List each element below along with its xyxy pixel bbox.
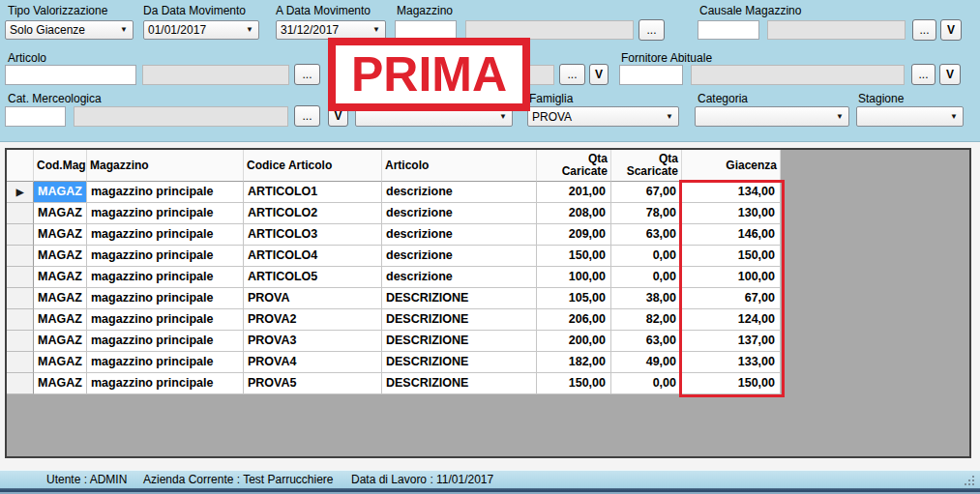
grid-cell[interactable]: 133,00 — [682, 352, 781, 373]
grid-cell[interactable]: MAGAZ — [34, 373, 87, 394]
grid-cell[interactable]: magazzino principale — [87, 182, 244, 203]
grid-cell[interactable]: magazzino principale — [87, 267, 244, 288]
grid-cell[interactable]: MAGAZ — [34, 182, 87, 203]
row-header[interactable] — [7, 309, 34, 331]
grid-cell[interactable]: MAGAZ — [34, 352, 87, 373]
row-header[interactable] — [7, 246, 34, 267]
grid-cell[interactable]: 82,00 — [611, 309, 682, 331]
grid-cell[interactable]: DESCRIZIONE — [382, 373, 537, 394]
grid-cell[interactable]: descrizione — [382, 246, 537, 267]
row-header[interactable] — [7, 331, 34, 352]
row-header[interactable] — [7, 352, 34, 373]
resize-grip-icon[interactable] — [965, 476, 976, 487]
grid-cell[interactable]: magazzino principale — [87, 352, 244, 373]
grid-cell[interactable]: 38,00 — [611, 288, 682, 309]
grid-cell[interactable]: PROVA — [244, 288, 382, 309]
grid-cell[interactable]: 63,00 — [611, 331, 682, 352]
row-header[interactable] — [7, 203, 34, 224]
cat-merceologica-code-input[interactable] — [5, 106, 66, 127]
grid-cell[interactable]: 0,00 — [611, 246, 682, 267]
causale-magazzino-browse-button[interactable]: ... — [912, 19, 936, 41]
grid-cell[interactable]: ARTICOLO2 — [244, 203, 382, 224]
grid-cell[interactable]: MAGAZ — [34, 309, 87, 331]
grid-cell[interactable]: 150,00 — [682, 373, 781, 394]
grid-cell[interactable]: PROVA3 — [244, 331, 382, 352]
a-data-movimento-select[interactable]: 31/12/2017 ▼ — [276, 20, 386, 40]
grid-cell[interactable]: 105,00 — [537, 288, 611, 309]
column-header-2[interactable]: Magazzino — [87, 150, 244, 182]
magazzino-code-input[interactable] — [395, 20, 457, 40]
covered-field-v-button[interactable]: V — [589, 64, 609, 85]
famiglia-select[interactable]: PROVA ▼ — [527, 106, 679, 127]
covered-field-browse-button[interactable]: ... — [559, 64, 585, 85]
grid-cell[interactable]: ARTICOLO5 — [244, 267, 382, 288]
grid-cell[interactable]: magazzino principale — [87, 331, 244, 352]
grid-cell[interactable]: magazzino principale — [87, 288, 244, 309]
row-header[interactable] — [7, 288, 34, 309]
grid-cell[interactable]: PROVA5 — [244, 373, 382, 394]
causale-magazzino-v-button[interactable]: V — [940, 19, 962, 41]
grid-cell[interactable]: MAGAZ — [34, 224, 87, 246]
grid-cell[interactable]: magazzino principale — [87, 203, 244, 224]
grid-cell[interactable]: PROVA4 — [244, 352, 382, 373]
grid-cell[interactable]: 200,00 — [537, 331, 611, 352]
grid-cell[interactable]: MAGAZ — [34, 288, 87, 309]
grid-cell[interactable]: descrizione — [382, 182, 537, 203]
grid-cell[interactable]: 78,00 — [611, 203, 682, 224]
fornitore-abituale-browse-button[interactable]: ... — [911, 64, 935, 85]
grid-cell[interactable]: MAGAZ — [34, 331, 87, 352]
grid-cell[interactable]: magazzino principale — [87, 373, 244, 394]
row-header[interactable] — [7, 224, 34, 246]
grid-cell[interactable]: 137,00 — [682, 331, 781, 352]
column-header-5[interactable]: Qta Caricate — [537, 150, 611, 182]
articolo-browse-button[interactable]: ... — [294, 64, 320, 85]
fornitore-abituale-code-input[interactable] — [619, 65, 683, 85]
grid-cell[interactable]: MAGAZ — [34, 203, 87, 224]
grid-cell[interactable]: 130,00 — [682, 203, 781, 224]
grid-cell[interactable]: 209,00 — [537, 224, 611, 246]
grid-cell[interactable]: 182,00 — [537, 352, 611, 373]
grid-cell[interactable]: DESCRIZIONE — [382, 352, 537, 373]
grid-cell[interactable]: 67,00 — [611, 182, 682, 203]
grid-cell[interactable]: ARTICOLO4 — [244, 246, 382, 267]
grid-cell[interactable]: 208,00 — [537, 203, 611, 224]
grid-cell[interactable]: 206,00 — [537, 309, 611, 331]
grid-cell[interactable]: DESCRIZIONE — [382, 331, 537, 352]
grid-cell[interactable]: magazzino principale — [87, 246, 244, 267]
grid-cell[interactable]: descrizione — [382, 224, 537, 246]
grid-cell[interactable]: PROVA2 — [244, 309, 382, 331]
column-header-7[interactable]: Giacenza — [682, 150, 781, 182]
stagione-select[interactable]: ▼ — [856, 106, 964, 127]
row-header[interactable] — [7, 267, 34, 288]
cat-merceologica-browse-button[interactable]: ... — [294, 105, 320, 127]
column-header-6[interactable]: Qta Scaricate — [611, 150, 682, 182]
grid-cell[interactable]: 201,00 — [537, 182, 611, 203]
column-header-3[interactable]: Codice Articolo — [244, 150, 382, 182]
grid-cell[interactable]: 67,00 — [682, 288, 781, 309]
row-header[interactable]: ▶ — [7, 182, 34, 203]
grid-cell[interactable]: 0,00 — [611, 373, 682, 394]
grid-cell[interactable]: descrizione — [382, 203, 537, 224]
column-header-1[interactable]: Cod.Mag — [34, 150, 87, 182]
magazzino-browse-button[interactable]: ... — [638, 19, 665, 41]
grid-cell[interactable]: 150,00 — [537, 246, 611, 267]
row-header[interactable] — [7, 373, 34, 394]
categoria-select[interactable]: ▼ — [695, 106, 849, 127]
grid-cell[interactable]: 100,00 — [682, 267, 781, 288]
causale-magazzino-code-input[interactable] — [698, 20, 759, 40]
grid-cell[interactable]: MAGAZ — [34, 267, 87, 288]
column-header-4[interactable]: Articolo — [382, 150, 537, 182]
grid-cell[interactable]: ARTICOLO1 — [244, 182, 382, 203]
grid-cell[interactable]: 146,00 — [682, 224, 781, 246]
grid-cell[interactable]: ARTICOLO3 — [244, 224, 382, 246]
grid-cell[interactable]: descrizione — [382, 267, 537, 288]
grid-cell[interactable]: 124,00 — [682, 309, 781, 331]
grid-cell[interactable]: DESCRIZIONE — [382, 288, 537, 309]
grid-cell[interactable]: DESCRIZIONE — [382, 309, 537, 331]
grid-corner-header[interactable] — [7, 150, 34, 182]
grid-cell[interactable]: 63,00 — [611, 224, 682, 246]
da-data-movimento-select[interactable]: 01/01/2017 ▼ — [143, 20, 259, 40]
grid-cell[interactable]: 0,00 — [611, 267, 682, 288]
tipo-valorizzazione-select[interactable]: Solo Giacenze ▼ — [5, 20, 134, 40]
grid-cell[interactable]: MAGAZ — [34, 246, 87, 267]
